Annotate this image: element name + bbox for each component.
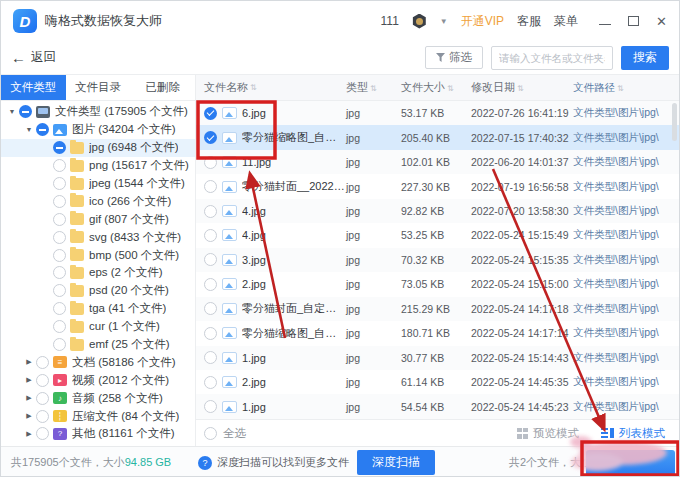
tree-item[interactable]: ▶ 其他 (81161 个文件) (1, 425, 195, 443)
table-row[interactable]: 4.jpg jpg 53.25 KB 2022-05-24 15:15:49 文… (196, 223, 679, 247)
tree-checkbox[interactable] (36, 374, 49, 387)
menu-button[interactable]: 菜单 (554, 13, 578, 30)
tree-checkbox[interactable] (36, 410, 49, 423)
tree-item[interactable]: ▶ 压缩文件 (84 个文件) (1, 407, 195, 425)
table-row[interactable]: 1.jpg jpg 30.77 KB 2022-05-24 15:14:43 文… (196, 346, 679, 370)
tree-item[interactable]: emf (25 个文件) (1, 336, 195, 354)
expander-icon[interactable]: ▶ (22, 358, 36, 366)
table-row[interactable]: 零分猫缩略图_自定义px_2... jpg 180.71 KB 2022-05-… (196, 321, 679, 345)
panel-tab[interactable]: 已删除 (130, 75, 195, 100)
tree-item[interactable]: ico (266 个文件) (1, 192, 195, 210)
tree-item[interactable]: tga (41 个文件) (1, 300, 195, 318)
filter-button[interactable]: 筛选 (425, 46, 483, 69)
row-checkbox[interactable] (204, 400, 217, 413)
expander-icon[interactable]: ▶ (22, 394, 36, 402)
tree-item[interactable]: ▶ 文档 (58186 个文件) (1, 353, 195, 371)
row-checkbox[interactable] (204, 351, 217, 364)
column-path[interactable]: 文件路径⇅ (573, 81, 679, 95)
tree-item[interactable]: ▼ 图片 (34204 个文件) (1, 121, 195, 139)
table-row[interactable]: 1.jpg jpg 54.54 KB 2022-05-24 14:45:23 文… (196, 394, 679, 418)
back-button[interactable]: ← 返回 (11, 49, 56, 66)
preview-mode-button[interactable]: 预览模式 (517, 426, 579, 441)
table-row[interactable]: 3.jpg jpg 70.32 KB 2022-05-24 15:15:35 文… (196, 248, 679, 272)
tree-checkbox[interactable] (53, 338, 66, 351)
expander-icon[interactable]: ▶ (22, 412, 36, 420)
tree-checkbox[interactable] (53, 231, 66, 244)
tree-item[interactable]: jpg (6948 个文件) (1, 139, 195, 157)
tree-item[interactable]: bmp (500 个文件) (1, 246, 195, 264)
tree-checkbox[interactable] (53, 141, 66, 154)
tree-item[interactable]: psd (20 个文件) (1, 282, 195, 300)
table-row[interactable]: 零分猫封面__2022-07-19... jpg 227.30 KB 2022-… (196, 174, 679, 198)
close-button[interactable]: ✕ (656, 15, 667, 28)
tree-item[interactable]: ▼ 文件类型 (175905 个文件) (1, 103, 195, 121)
tree-checkbox[interactable] (53, 159, 66, 172)
table-row[interactable]: 6.jpg jpg 53.17 KB 2022-07-26 16:41:19 文… (196, 101, 679, 125)
tree-checkbox[interactable] (53, 284, 66, 297)
row-checkbox[interactable] (204, 302, 217, 315)
column-type[interactable]: 类型⇅ (346, 80, 401, 95)
row-checkbox[interactable] (204, 107, 217, 120)
tree-checkbox[interactable] (36, 123, 49, 136)
tree-checkbox[interactable] (19, 105, 32, 118)
row-checkbox[interactable] (204, 156, 217, 169)
tree-type-icon (70, 178, 84, 190)
row-checkbox[interactable] (204, 327, 217, 340)
tree-checkbox[interactable] (53, 302, 66, 315)
search-input[interactable] (491, 46, 613, 70)
list-mode-button[interactable]: 列表模式 (601, 426, 665, 441)
tree-checkbox[interactable] (36, 392, 49, 405)
support-button[interactable]: 客服 (517, 13, 541, 30)
scrollbar-thumb[interactable] (672, 103, 677, 141)
tree-checkbox[interactable] (53, 177, 66, 190)
table-row[interactable]: 4.jpg jpg 92.82 KB 2022-07-20 13:58:30 文… (196, 199, 679, 223)
panel-tab[interactable]: 文件类型 (1, 75, 66, 100)
select-all-checkbox[interactable]: 全选 (204, 426, 246, 441)
expander-icon[interactable]: ▶ (22, 376, 36, 384)
tree-item[interactable]: svg (8433 个文件) (1, 228, 195, 246)
expander-icon[interactable]: ▶ (22, 430, 36, 438)
search-button[interactable]: 搜索 (621, 46, 669, 70)
tree-item[interactable]: ▶ 视频 (2012 个文件) (1, 371, 195, 389)
expander-icon[interactable]: ▼ (22, 126, 36, 133)
tree-checkbox[interactable] (36, 427, 49, 440)
row-checkbox[interactable] (204, 131, 217, 144)
user-badge-icon[interactable] (412, 14, 427, 29)
row-checkbox[interactable] (204, 278, 217, 291)
tree-checkbox[interactable] (36, 356, 49, 369)
table-row[interactable]: 2.jpg jpg 73.05 KB 2022-05-24 15:15:00 文… (196, 272, 679, 296)
row-checkbox[interactable] (204, 376, 217, 389)
table-row[interactable]: 零分猫缩略图_自定义px_2... jpg 205.40 KB 2022-07-… (196, 125, 679, 149)
tree-item[interactable]: cur (1 个文件) (1, 318, 195, 336)
tree-checkbox[interactable] (53, 195, 66, 208)
account-name[interactable]: 111 (381, 14, 399, 28)
help-question-icon[interactable]: ? (198, 456, 212, 470)
minimize-button[interactable] (599, 24, 611, 25)
column-file-name[interactable]: 文件名称⇅ (196, 80, 346, 95)
open-vip-button[interactable]: 开通VIP (461, 13, 504, 30)
tree-item[interactable]: eps (2 个文件) (1, 264, 195, 282)
table-row[interactable]: 零分猫封面_自定义px_202... jpg 215.29 KB 2022-05… (196, 297, 679, 321)
deep-scan-button[interactable]: 深度扫描 (357, 450, 435, 475)
table-row[interactable]: 2.jpg jpg 61.14 KB 2022-05-24 14:45:35 文… (196, 370, 679, 394)
tree-checkbox[interactable] (53, 213, 66, 226)
tree-item[interactable]: png (15617 个文件) (1, 157, 195, 175)
recover-button[interactable] (586, 450, 675, 476)
tree-item[interactable]: ▶ 音频 (258 个文件) (1, 389, 195, 407)
row-checkbox[interactable] (204, 180, 217, 193)
tree-item[interactable]: gif (807 个文件) (1, 210, 195, 228)
tree-checkbox[interactable] (53, 266, 66, 279)
row-checkbox[interactable] (204, 253, 217, 266)
tree-checkbox[interactable] (53, 320, 66, 333)
tree-item[interactable]: jpeg (1544 个文件) (1, 175, 195, 193)
tree-checkbox[interactable] (53, 249, 66, 262)
panel-tab[interactable]: 文件目录 (66, 75, 131, 100)
maximize-button[interactable] (628, 16, 639, 26)
row-checkbox[interactable] (204, 229, 217, 242)
row-checkbox[interactable] (204, 205, 217, 218)
expander-icon[interactable]: ▼ (5, 108, 19, 115)
account-dropdown-icon[interactable]: ▼ (440, 17, 448, 26)
column-size[interactable]: 文件大小⇅ (401, 80, 471, 95)
column-date[interactable]: 修改日期⇅ (471, 80, 573, 95)
table-row[interactable]: 11.jpg jpg 102.01 KB 2022-06-20 14:01:37… (196, 150, 679, 174)
